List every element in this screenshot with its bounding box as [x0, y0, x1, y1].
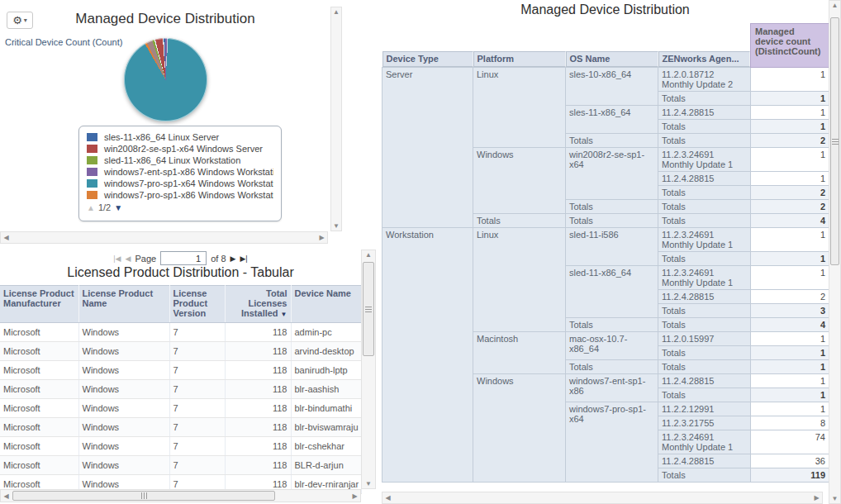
label-cell: 11.2.4.28815	[658, 172, 751, 186]
cell: 118	[225, 399, 291, 418]
cell: 7	[169, 342, 225, 361]
scrollbar-thumb[interactable]	[830, 17, 839, 265]
legend-page-up-icon[interactable]: ▲	[87, 203, 95, 212]
label-cell: Linux	[473, 228, 566, 332]
column-header-license-product-version[interactable]: License Product Version	[169, 286, 225, 323]
count-cell: 4	[751, 214, 829, 228]
count-cell: 4	[751, 318, 829, 332]
licensed-vertical-scrollbar[interactable]: ▲ ▼	[361, 250, 376, 489]
cell: 7	[169, 456, 225, 475]
cell: admin-pc	[291, 323, 361, 342]
label-cell: Macintosh	[473, 332, 566, 374]
pagination: |◀ ◀ Page of 8 ▶ ▶|	[0, 251, 361, 265]
chart-options-button[interactable]: ⚙ ▾	[7, 12, 33, 29]
cell: 7	[169, 418, 225, 437]
scrollbar-thumb[interactable]	[363, 262, 374, 356]
scroll-right-icon[interactable]: ▶	[349, 492, 360, 501]
scroll-down-icon[interactable]: ▼	[362, 479, 375, 488]
pie-horizontal-scrollbar[interactable]: ◀ ▶	[0, 231, 328, 244]
licensed-panel-title: Licensed Product Distribution - Tabular	[0, 265, 361, 280]
label-cell: Totals	[658, 346, 751, 360]
scroll-right-icon[interactable]: ▶	[316, 233, 327, 242]
pie-vertical-scrollbar[interactable]: ▲ ▼	[330, 7, 342, 231]
scroll-up-icon[interactable]: ▲	[362, 250, 375, 259]
prev-page-icon[interactable]: ◀	[126, 254, 131, 263]
cell: Microsoft	[0, 361, 78, 380]
column-header-license-product-manufacturer[interactable]: License Product Manufacturer	[0, 286, 78, 323]
sort-desc-icon: ▼	[281, 311, 287, 318]
cell: 118	[225, 437, 291, 456]
scroll-left-icon[interactable]: ◀	[382, 493, 393, 502]
cell: 7	[169, 437, 225, 456]
scroll-left-icon[interactable]: ◀	[1, 233, 12, 242]
label-cell: Totals	[473, 214, 566, 228]
label-cell: Totals	[566, 200, 658, 214]
licensed-product-panel: |◀ ◀ Page of 8 ▶ ▶| Licensed Product Dis…	[0, 248, 377, 504]
last-page-icon[interactable]: ▶|	[240, 254, 247, 263]
count-cell: 1	[751, 148, 829, 172]
column-header-total-licenses-installed[interactable]: Total Licenses Installed▼	[225, 286, 291, 323]
label-cell: 11.2.3.24691 Monthly Update 1	[658, 228, 751, 252]
cell: Windows	[78, 342, 169, 361]
legend-label: sles-11-x86_64 Linux Server	[104, 132, 219, 142]
label-cell: Totals	[658, 92, 751, 106]
crosstab-header-managed-device-count-distinctcount[interactable]: Managed device count (DistinctCount)	[751, 24, 829, 68]
page-number-input[interactable]	[160, 251, 207, 265]
label-cell: Totals	[658, 388, 751, 402]
crosstab-header-zenworks-agen[interactable]: ZENworks Agen...	[658, 24, 751, 68]
cell: Microsoft	[0, 399, 78, 418]
legend-swatch	[87, 191, 97, 199]
legend-swatch	[87, 179, 97, 188]
scroll-up-icon[interactable]: ▲	[331, 7, 341, 17]
label-cell: windows7-pro-sp1-x64	[566, 402, 658, 483]
crosstab-panel: Managed Device Distribution Device TypeP…	[382, 0, 841, 504]
pie-chart[interactable]	[124, 38, 207, 121]
label-cell: Totals	[658, 214, 751, 228]
count-cell: 1	[751, 92, 829, 106]
licensed-product-table: License Product ManufacturerLicense Prod…	[0, 285, 362, 494]
scroll-left-icon[interactable]: ◀	[1, 492, 12, 501]
scroll-right-icon[interactable]: ▶	[811, 493, 822, 502]
licensed-horizontal-scrollbar[interactable]: ◀ ▶	[0, 489, 361, 502]
crosstab-header-device-type[interactable]: Device Type	[382, 24, 473, 68]
next-page-icon[interactable]: ▶	[230, 254, 236, 263]
cell: Windows	[78, 437, 169, 456]
label-cell: mac-osx-10.7-x86_64	[566, 332, 658, 360]
label-cell: Totals	[658, 186, 751, 200]
column-header-device-name[interactable]: Device Name	[291, 286, 361, 323]
scroll-up-icon[interactable]: ▲	[829, 1, 840, 10]
cell: blr-bviswamraju	[291, 418, 361, 437]
table-row: MicrosoftWindows7118blr-bviswamraju	[0, 418, 361, 437]
legend-swatch	[87, 156, 97, 164]
crosstab-header-platform[interactable]: Platform	[473, 24, 566, 68]
crosstab-header-os-name[interactable]: OS Name	[566, 24, 658, 68]
count-cell: 2	[751, 200, 829, 214]
label-cell: Totals	[566, 214, 658, 228]
crosstab-title: Managed Device Distribution	[382, 2, 829, 17]
table-row: MicrosoftWindows7118banirudh-lptp	[0, 361, 361, 380]
first-page-icon[interactable]: |◀	[113, 254, 121, 263]
count-cell: 1	[751, 332, 829, 346]
cell: Microsoft	[0, 380, 78, 399]
crosstab-horizontal-scrollbar[interactable]: ◀ ▶	[382, 492, 823, 504]
count-cell: 1	[751, 68, 829, 92]
count-cell: 1	[751, 252, 829, 266]
scrollbar-thumb[interactable]	[12, 491, 275, 501]
cell: 118	[225, 418, 291, 437]
legend-item: win2008r2-se-sp1-x64 Windows Server	[87, 143, 273, 155]
column-header-license-product-name[interactable]: License Product Name	[78, 286, 169, 323]
scroll-down-icon[interactable]: ▼	[829, 494, 840, 503]
crosstab-vertical-scrollbar[interactable]: ▲ ▼	[829, 0, 841, 504]
legend-page-down-icon[interactable]: ▼	[114, 203, 122, 212]
label-cell: Totals	[566, 134, 658, 148]
crosstab-row: ServerLinuxsles-10-x86_6411.2.0.18712 Mo…	[382, 68, 829, 92]
label-cell: Totals	[658, 468, 751, 483]
count-cell: 1	[751, 402, 829, 416]
scroll-down-icon[interactable]: ▼	[331, 221, 341, 231]
label-cell: 11.2.0.18712 Monthly Update 2	[658, 68, 751, 92]
table-row: MicrosoftWindows7118admin-pc	[0, 323, 361, 342]
crosstab-table: Device TypePlatformOS NameZENworks Agen.…	[382, 23, 829, 483]
label-cell: Totals	[658, 318, 751, 332]
count-cell: 1	[751, 266, 829, 290]
cell: blr-bindumathi	[291, 399, 361, 418]
